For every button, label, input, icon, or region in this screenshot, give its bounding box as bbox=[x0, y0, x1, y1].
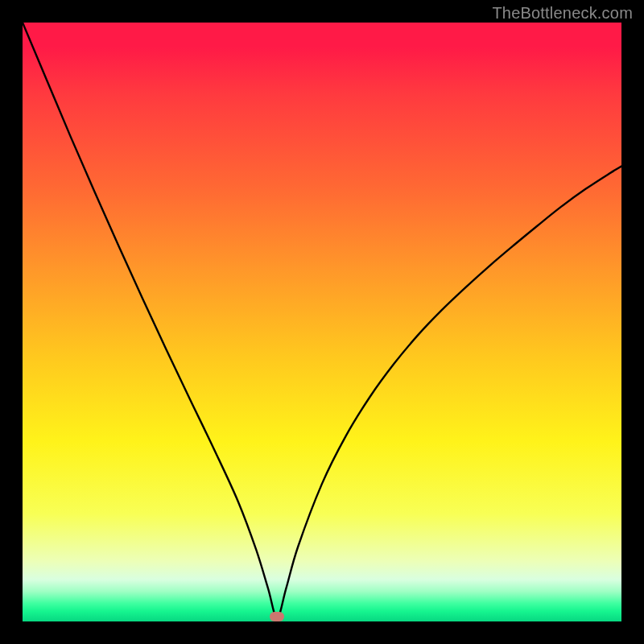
chart-frame: TheBottleneck.com bbox=[0, 0, 644, 644]
watermark-text: TheBottleneck.com bbox=[492, 4, 633, 23]
plot-area bbox=[23, 23, 621, 621]
bottleneck-curve bbox=[23, 23, 621, 621]
minimum-marker bbox=[270, 612, 284, 621]
